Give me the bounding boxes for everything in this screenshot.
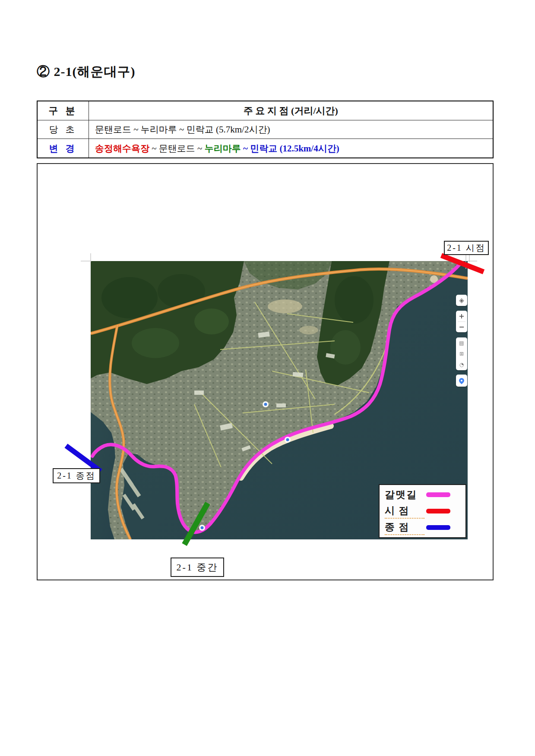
- my-location-button[interactable]: [456, 375, 467, 387]
- legend-end-swatch: [426, 525, 450, 530]
- end-point-label: 2-1 종점: [53, 468, 100, 483]
- map-tools-group: ▤ ⊞ ◔: [456, 337, 467, 370]
- changed-seg-start: 송정해수욕장: [95, 143, 149, 154]
- layers-icon[interactable]: ▤: [459, 340, 464, 346]
- changed-seg-nurimaru: 누리마루: [205, 143, 241, 154]
- grid-icon[interactable]: ⊞: [459, 351, 464, 357]
- changed-label: 변 경: [37, 139, 89, 158]
- changed-seg-end: ~ 민락교 (12.5km/4시간): [241, 143, 339, 154]
- document-page: ② 2-1(해운대구) 구 분 주 요 지 점 (거리/시간) 당 초 문탠로드…: [0, 0, 535, 756]
- compass-icon: ◈: [459, 296, 464, 304]
- map-legend: 갈맷길 시 점 종 점: [379, 484, 466, 538]
- map-controls: ◈ + − ▤ ⊞ ◔: [456, 295, 467, 387]
- zoom-out-button[interactable]: −: [459, 322, 464, 332]
- legend-start-label: 시 점: [385, 504, 424, 519]
- page-title: ② 2-1(해운대구): [37, 63, 135, 81]
- route-summary-table: 구 분 주 요 지 점 (거리/시간) 당 초 문탠로드 ~ 누리마루 ~ 민락…: [37, 101, 494, 158]
- legend-row-start: 시 점: [380, 505, 465, 518]
- location-pin-icon: [458, 377, 465, 384]
- table-header-row: 구 분 주 요 지 점 (거리/시간): [37, 101, 493, 120]
- start-point-label: 2-1 시점: [444, 241, 489, 255]
- mid-point-label: 2-1 중간: [171, 558, 224, 577]
- table-row-original: 당 초 문탠로드 ~ 누리마루 ~ 민락교 (5.7km/2시간): [37, 120, 493, 139]
- changed-seg-mid: ~ 문탠로드 ~: [149, 143, 205, 154]
- zoom-in-button[interactable]: +: [459, 311, 464, 321]
- changed-route: 송정해수욕장 ~ 문탠로드 ~ 누리마루 ~ 민락교 (12.5km/4시간): [89, 139, 494, 158]
- legend-row-end: 종 점: [380, 521, 465, 534]
- legend-route-label: 갈맷길: [385, 488, 424, 501]
- zoom-control: + −: [456, 311, 467, 332]
- original-route: 문탠로드 ~ 누리마루 ~ 민락교 (5.7km/2시간): [89, 120, 494, 139]
- original-label: 당 초: [37, 120, 89, 139]
- legend-end-label: 종 점: [385, 520, 424, 535]
- table-row-changed: 변 경 송정해수욕장 ~ 문탠로드 ~ 누리마루 ~ 민락교 (12.5km/4…: [37, 139, 493, 158]
- rotate-icon[interactable]: ◔: [459, 362, 464, 368]
- legend-start-swatch: [426, 509, 450, 513]
- map-figure-box: 2-1 시점 2-1 종점 2-1 중간 갈맷길 시 점 종 점 ◈: [37, 163, 494, 580]
- legend-row-route: 갈맷길: [380, 488, 465, 501]
- header-category: 구 분: [37, 101, 89, 120]
- compass-button[interactable]: ◈: [456, 295, 467, 306]
- header-points: 주 요 지 점 (거리/시간): [89, 101, 494, 120]
- legend-route-swatch: [426, 492, 450, 497]
